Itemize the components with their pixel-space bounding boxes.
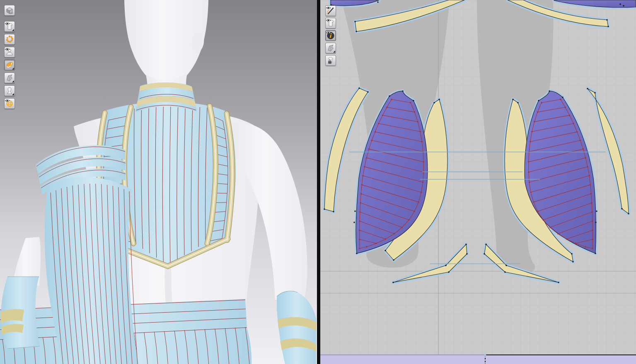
bottom-waistband-piece[interactable]	[320, 354, 636, 364]
avatar-icon	[5, 47, 15, 57]
show-stitches-button[interactable]	[325, 5, 336, 16]
bust-icon	[5, 86, 15, 96]
panel-divider[interactable]	[317, 0, 320, 364]
lock-patterns-button[interactable]	[325, 55, 336, 66]
render-style-button[interactable]	[4, 5, 15, 16]
fabric-thickness-button[interactable]	[4, 60, 15, 70]
wireframe-button[interactable]	[4, 98, 15, 109]
globe-icon	[5, 99, 15, 108]
cloth-icon	[5, 73, 15, 83]
panel-3d-view[interactable]	[0, 0, 317, 364]
pins-icon	[5, 34, 15, 44]
cloth-icon	[326, 43, 336, 53]
show-pins-button[interactable]	[4, 34, 15, 45]
shirt-lock-icon	[326, 55, 336, 65]
avatar-display-button[interactable]	[4, 85, 15, 96]
shirt-icon	[5, 22, 15, 31]
show-garment-button[interactable]	[4, 21, 15, 32]
panel-2d-view[interactable]	[320, 0, 636, 364]
toolbar-3d	[4, 5, 15, 109]
scene-3d-canvas[interactable]	[0, 0, 317, 364]
fabric-roll-icon	[5, 60, 15, 70]
show-avatar-button[interactable]	[4, 47, 15, 58]
application-window	[0, 0, 636, 364]
needle-icon	[326, 6, 336, 16]
left-arm-cuff[interactable]	[1, 277, 40, 349]
pattern-info-button[interactable]	[325, 30, 336, 41]
shirt-icon	[326, 18, 336, 28]
cloth-surface-button[interactable]	[4, 72, 15, 83]
edge-endpoint[interactable]	[484, 354, 486, 356]
toolbar-2d	[325, 5, 336, 66]
cube-icon	[5, 5, 15, 15]
scene-2d-canvas[interactable]	[320, 0, 636, 364]
fabric-view-2d-button[interactable]	[325, 43, 336, 53]
info-icon	[326, 31, 336, 41]
show-pattern-button[interactable]	[325, 18, 336, 29]
